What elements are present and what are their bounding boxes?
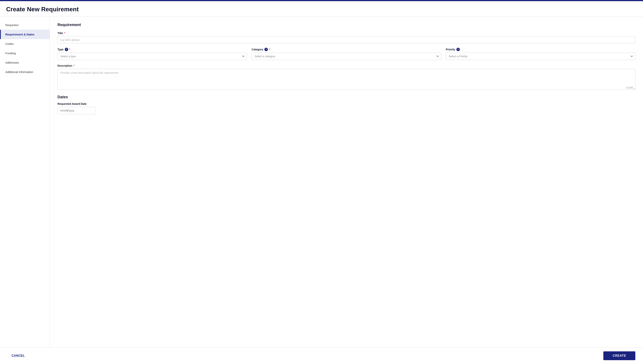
char-count: 0/1000 — [626, 86, 633, 89]
sidebar-item-requestor[interactable]: Requestor — [0, 20, 50, 30]
sidebar-item-requirement-dates[interactable]: Requirement & Dates — [0, 30, 50, 39]
sidebar-item-addresses[interactable]: Addresses — [0, 58, 50, 67]
type-select[interactable]: Select a type — [58, 53, 247, 60]
title-required: * — [64, 32, 65, 35]
date-input-wrapper: 📅 — [58, 107, 96, 114]
footer: CANCEL CREATE — [0, 347, 643, 364]
page-title: Create New Requirement — [6, 6, 637, 13]
page-header: Create New Requirement — [0, 1, 643, 16]
category-help-icon[interactable]: ? — [264, 48, 268, 51]
category-group: Category ? * Select a category — [252, 48, 441, 60]
category-required: * — [269, 48, 270, 51]
type-category-priority-group: Type ? * Select a type Category ? * Sele… — [58, 48, 635, 60]
title-group: Title * — [58, 32, 635, 44]
type-required: * — [69, 48, 70, 51]
description-required: * — [74, 64, 74, 67]
requested-award-date-label: Requested Award Date — [58, 102, 635, 105]
title-input[interactable] — [58, 36, 635, 44]
content-area: Requirement Title * Type ? * Select a ty… — [50, 16, 643, 347]
date-input[interactable] — [58, 107, 96, 114]
type-help-icon[interactable]: ? — [65, 48, 68, 51]
main-layout: Requestor Requirement & Dates Codes Fund… — [0, 16, 643, 347]
sidebar-item-funding[interactable]: Funding — [0, 48, 50, 58]
cancel-button[interactable]: CANCEL — [8, 352, 29, 360]
type-group: Type ? * Select a type — [58, 48, 247, 60]
description-textarea[interactable] — [58, 69, 635, 90]
category-select[interactable]: Select a category — [252, 53, 441, 60]
create-button[interactable]: CREATE — [603, 351, 635, 360]
sidebar-item-codes[interactable]: Codes — [0, 39, 50, 48]
requested-award-date-group: Requested Award Date 📅 — [58, 102, 635, 114]
description-label: Description * — [58, 64, 635, 67]
requirement-section-title: Requirement — [58, 22, 635, 27]
priority-label: Priority ? — [446, 48, 635, 51]
priority-select[interactable]: Select a Priority — [446, 53, 635, 60]
sidebar: Requestor Requirement & Dates Codes Fund… — [0, 16, 50, 347]
textarea-wrapper: 0/1000 — [58, 69, 635, 90]
priority-help-icon[interactable]: ? — [456, 48, 460, 51]
dates-section: Dates Requested Award Date 📅 — [58, 95, 635, 114]
category-label: Category ? * — [252, 48, 441, 51]
description-group: Description * 0/1000 — [58, 64, 635, 90]
title-label: Title * — [58, 32, 635, 35]
dates-section-title: Dates — [58, 95, 635, 99]
priority-group: Priority ? Select a Priority — [446, 48, 635, 60]
type-label: Type ? * — [58, 48, 247, 51]
sidebar-item-additional-information[interactable]: Additional Information — [0, 67, 50, 77]
